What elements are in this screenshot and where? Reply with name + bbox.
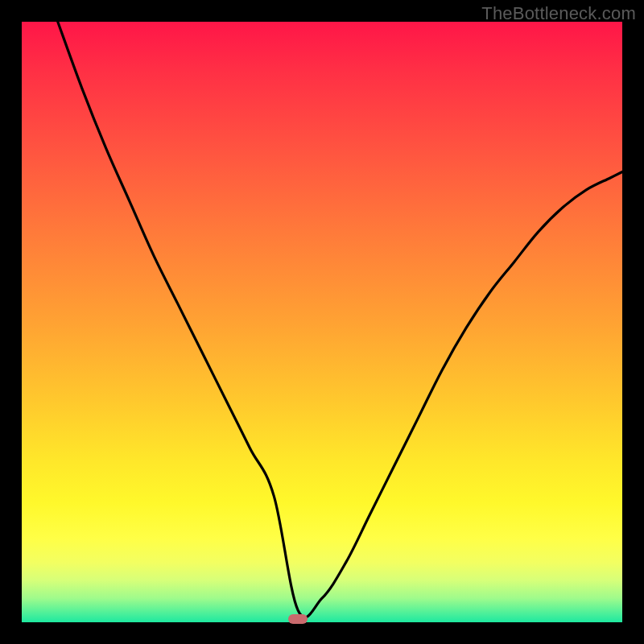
optimum-marker bbox=[288, 614, 308, 624]
plot-area bbox=[22, 22, 622, 622]
bottleneck-curve bbox=[22, 22, 622, 622]
watermark-text: TheBottleneck.com bbox=[481, 3, 636, 24]
chart-frame: TheBottleneck.com bbox=[0, 0, 644, 644]
